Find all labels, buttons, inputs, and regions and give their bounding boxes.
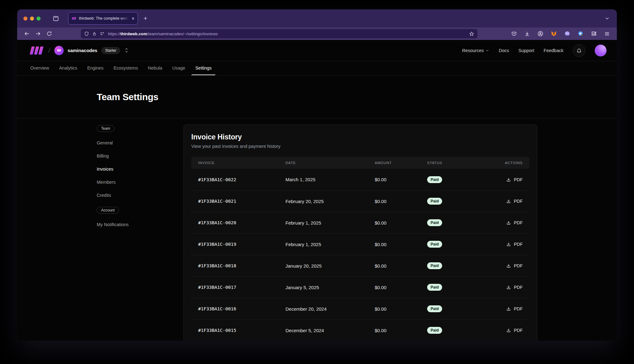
nav-support[interactable]: Support <box>519 48 534 53</box>
sidebar-item-my-notifications[interactable]: My Notifications <box>97 218 183 231</box>
chevron-down-icon <box>485 49 489 52</box>
invoice-number: #1F33BA1C-0021 <box>198 199 285 204</box>
browser-tab-active[interactable]: thirdweb: The complete web3 d ✕ <box>68 12 138 25</box>
tab-nebula[interactable]: Nebula <box>144 61 166 75</box>
address-bar[interactable]: https://thirdweb.com/team/saminacodes/~/… <box>81 29 477 38</box>
team-switcher-icon[interactable] <box>124 48 129 53</box>
metamask-extension-icon[interactable] <box>551 31 557 37</box>
new-tab-button[interactable]: + <box>144 15 147 22</box>
phantom-extension-icon[interactable] <box>564 31 570 37</box>
tab-overview[interactable]: Overview <box>27 61 53 75</box>
tab-ecosystems[interactable]: Ecosystems <box>110 61 142 75</box>
tab-usage[interactable]: Usage <box>168 61 189 75</box>
pdf-download-button[interactable]: PDF <box>506 177 523 182</box>
tracking-protection-shield-icon[interactable] <box>84 31 89 36</box>
card-title: Invoice History <box>191 133 529 141</box>
nav-docs[interactable]: Docs <box>499 48 509 53</box>
tab-engines[interactable]: Engines <box>83 61 107 75</box>
back-icon[interactable] <box>22 29 32 38</box>
bookmark-star-icon[interactable] <box>469 31 474 36</box>
col-actions: ACTIONS <box>505 161 523 165</box>
invoice-amount: $0.00 <box>375 199 427 204</box>
account-icon[interactable] <box>537 31 544 37</box>
invoice-amount: $0.00 <box>375 328 427 333</box>
invoice-amount: $0.00 <box>375 285 427 290</box>
invoice-number: #1F33BA1C-0022 <box>198 177 285 182</box>
invoice-date: March 1, 2025 <box>285 177 375 182</box>
nav-feedback[interactable]: Feedback <box>544 48 563 53</box>
download-icon <box>506 199 511 204</box>
page-head: Team Settings <box>17 75 617 119</box>
sidebar-group-account: Account <box>97 207 119 214</box>
sidebar-item-credits[interactable]: Credits <box>97 189 183 202</box>
pdf-label: PDF <box>514 199 523 204</box>
downloads-icon[interactable] <box>524 31 530 37</box>
invoice-table-row: #1F33BA1C-0019 February 1, 2025 $0.00 Pa… <box>191 233 529 255</box>
sidebar-item-general[interactable]: General <box>97 136 183 149</box>
team-name[interactable]: saminacodes <box>68 48 97 53</box>
zoom-window-button[interactable] <box>37 17 41 21</box>
pdf-download-button[interactable]: PDF <box>506 285 523 290</box>
tab-analytics[interactable]: Analytics <box>55 61 81 75</box>
status-badge-paid: Paid <box>427 305 442 312</box>
status-badge-paid: Paid <box>427 262 442 269</box>
status-badge-paid: Paid <box>427 284 442 291</box>
invoice-amount: $0.00 <box>375 263 427 269</box>
list-all-tabs-icon[interactable] <box>604 16 610 21</box>
firefox-view-icon[interactable] <box>52 15 59 22</box>
forward-icon[interactable] <box>33 29 43 38</box>
connection-lock-icon[interactable] <box>92 32 97 36</box>
download-icon <box>506 285 511 290</box>
invoice-table-row: #1F33BA1C-0021 February 20, 2025 $0.00 P… <box>191 190 529 212</box>
tab-settings[interactable]: Settings <box>192 61 215 75</box>
breadcrumb: / saminacodes Starter <box>27 46 129 55</box>
sidebar-item-members[interactable]: Members <box>97 176 183 189</box>
team-nav-tabs: Overview Analytics Engines Ecosystems Ne… <box>17 61 617 75</box>
user-avatar[interactable] <box>595 45 607 56</box>
invoice-status: Paid <box>427 262 485 269</box>
invoice-amount: $0.00 <box>375 220 427 226</box>
invoice-table-row: #1F33BA1C-0016 December 20, 2024 $0.00 P… <box>191 298 529 319</box>
sidebar-group-team: Team <box>97 125 115 132</box>
tab-favicon-thirdweb-icon <box>71 17 76 20</box>
reload-icon[interactable] <box>45 29 54 38</box>
pdf-download-button[interactable]: PDF <box>506 263 523 268</box>
permissions-icon[interactable] <box>100 32 105 36</box>
invoice-number: #1F33BA1C-0015 <box>198 328 285 333</box>
thirdweb-logo-icon[interactable] <box>27 46 44 55</box>
invoice-date: February 1, 2025 <box>285 220 375 226</box>
invoice-date: December 20, 2024 <box>285 306 375 312</box>
pdf-download-button[interactable]: PDF <box>506 242 523 247</box>
tab-close-icon[interactable]: ✕ <box>131 17 135 21</box>
minimize-window-button[interactable] <box>30 17 34 21</box>
pocket-icon[interactable] <box>511 31 517 37</box>
invoice-history-card: Invoice History View your past invoices … <box>183 124 537 341</box>
tab-title: thirdweb: The complete web3 d <box>79 16 129 21</box>
nav-resources[interactable]: Resources <box>462 48 489 53</box>
invoice-status: Paid <box>427 241 485 248</box>
invoice-table-header: INVOICE DATE AMOUNT STATUS ACTIONS <box>191 157 529 169</box>
download-icon <box>506 306 511 311</box>
pdf-download-button[interactable]: PDF <box>506 328 523 333</box>
settings-body: Team General Billing Invoices Members Cr… <box>17 119 617 341</box>
browser-window: thirdweb: The complete web3 d ✕ + <box>17 9 617 341</box>
menu-hamburger-icon[interactable] <box>604 31 610 37</box>
window-controls <box>23 17 41 21</box>
invoice-date: February 1, 2025 <box>285 242 375 247</box>
col-amount: AMOUNT <box>375 161 427 165</box>
pdf-download-button[interactable]: PDF <box>506 220 523 225</box>
download-icon <box>506 263 511 268</box>
pdf-download-button[interactable]: PDF <box>506 199 523 204</box>
privacy-extension-icon[interactable] <box>578 31 584 37</box>
invoice-table: INVOICE DATE AMOUNT STATUS ACTIONS #1F33… <box>191 157 529 341</box>
download-icon <box>506 177 511 182</box>
notifications-bell-icon[interactable] <box>573 44 585 57</box>
status-badge-paid: Paid <box>427 327 442 334</box>
extensions-puzzle-icon[interactable] <box>591 31 597 37</box>
sidebar-item-invoices[interactable]: Invoices <box>97 163 183 176</box>
invoice-table-row: #1F33BA1C-0017 January 5, 2025 $0.00 Pai… <box>191 276 529 298</box>
close-window-button[interactable] <box>23 17 27 21</box>
sidebar-item-billing[interactable]: Billing <box>97 149 183 163</box>
invoice-status: Paid <box>427 284 485 291</box>
pdf-download-button[interactable]: PDF <box>506 306 523 311</box>
